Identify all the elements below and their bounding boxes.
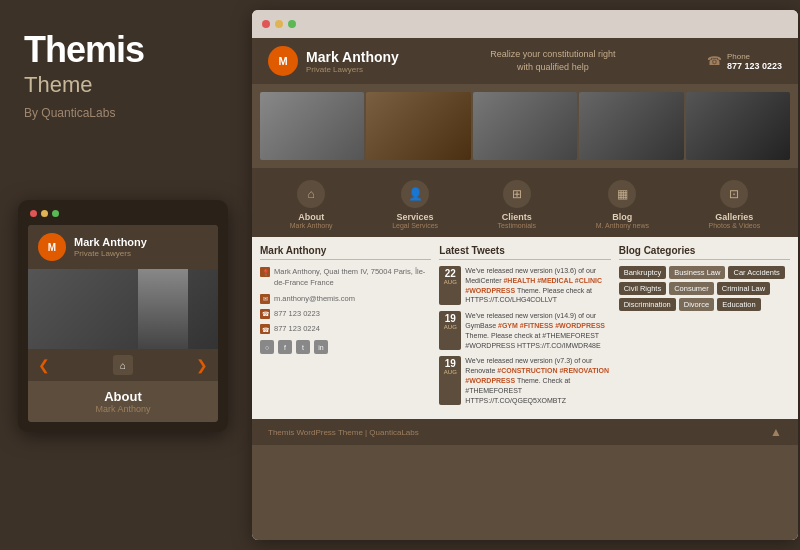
browser-toolbar [252,10,798,38]
browser-dot-green[interactable] [288,20,296,28]
tweet-text-1: We've released new version (v13.6) of ou… [465,266,610,305]
hero-image-4 [579,92,683,160]
col1-title: Mark Anthony [260,245,431,260]
mobile-nav-bottom: ❮ ⌂ ❯ [28,349,218,381]
cat-business-law[interactable]: Business Law [669,266,725,279]
tweet-item-1: 22 AUG We've released new version (v13.6… [439,266,610,305]
site-footer: Themis WordPress Theme | QuanticaLabs ▲ [252,419,798,445]
cat-criminal-law[interactable]: Criminal Law [717,282,770,295]
footer-text: Themis WordPress Theme | QuanticaLabs [268,428,419,437]
nav-about-sublabel: Mark Anthony [290,222,333,229]
nav-galleries-sublabel: Photos & Videos [709,222,761,229]
ma-address-icon: 📍 [260,267,270,277]
hero-images [252,84,798,168]
tweet-text-2: We've released new version (v14.9) of ou… [465,311,610,350]
site-phone-area: ☎ Phone 877 123 0223 [707,52,782,71]
nav-clients-label: Clients [498,212,537,222]
nav-item-services[interactable]: 👤 Services Legal Services [392,180,438,229]
social-icon-t[interactable]: t [296,340,310,354]
social-icon-fb[interactable]: f [278,340,292,354]
mobile-dots [28,210,218,217]
nav-galleries-icon: ⊡ [720,180,748,208]
nav-blog-icon: ▦ [608,180,636,208]
nav-item-galleries[interactable]: ⊡ Galleries Photos & Videos [709,180,761,229]
browser-panel: M Mark Anthony Private Lawyers Realize y… [252,10,798,540]
mobile-about-sub: Mark Anthony [38,404,208,414]
nav-about-icon: ⌂ [297,180,325,208]
ma-phone2: 877 123 0224 [274,323,320,334]
mobile-footer: About Mark Anthony [28,381,218,422]
nav-services-label: Services [392,212,438,222]
ma-phone1-row: ☎ 877 123 0223 [260,308,431,319]
cat-civil-rights[interactable]: Civil Rights [619,282,667,295]
mobile-next-arrow[interactable]: ❯ [196,357,208,373]
nav-clients-icon: ⊞ [503,180,531,208]
phone-icon: ☎ [707,54,722,68]
cat-consumer[interactable]: Consumer [669,282,714,295]
mobile-content: M Mark Anthony Private Lawyers ❮ ⌂ ❯ Abo… [28,225,218,422]
nav-item-about[interactable]: ⌂ About Mark Anthony [290,180,333,229]
browser-dot-yellow[interactable] [275,20,283,28]
site-name: Mark Anthony [306,49,399,65]
site-slogan: Realize your constitutional right with q… [409,48,697,73]
ma-email: m.anthony@themis.com [274,293,355,304]
left-panel: Themis Theme By QuanticaLabs M Mark Anth… [0,0,248,550]
ma-email-icon: ✉ [260,294,270,304]
mobile-dot-yellow [41,210,48,217]
mobile-name: Mark Anthony [74,236,147,249]
tweet-item-3: 19 AUG We've released new version (v7.3)… [439,356,610,405]
cat-bankruptcy[interactable]: Bankruptcy [619,266,667,279]
social-icon-in[interactable]: in [314,340,328,354]
cat-discrimination[interactable]: Discrimination [619,298,676,311]
nav-blog-sublabel: M. Anthony news [596,222,649,229]
mobile-header: M Mark Anthony Private Lawyers [28,225,218,269]
nav-item-blog[interactable]: ▦ Blog M. Anthony news [596,180,649,229]
col3-title: Blog Categories [619,245,790,260]
ma-social-links: ○ f t in [260,340,431,354]
browser-dot-red[interactable] [262,20,270,28]
three-columns: Mark Anthony 📍 Mark Anthony, Quai them I… [252,237,798,419]
nav-services-icon: 👤 [401,180,429,208]
nav-blog-label: Blog [596,212,649,222]
ma-phone2-row: ☎ 877 123 0224 [260,323,431,334]
nav-item-clients[interactable]: ⊞ Clients Testimonials [498,180,537,229]
mobile-person-img [138,269,188,349]
brand-subtitle: Theme [24,72,224,98]
mobile-home-icon[interactable]: ⌂ [113,355,133,375]
phone-label: Phone [727,52,782,61]
tweet-day-3: 19 [443,358,457,369]
cat-divorce[interactable]: Divorce [679,298,714,311]
hero-image-2 [366,92,470,160]
hero-image-3 [473,92,577,160]
site-header: M Mark Anthony Private Lawyers Realize y… [252,38,798,84]
nav-galleries-label: Galleries [709,212,761,222]
col-mark-anthony: Mark Anthony 📍 Mark Anthony, Quai them I… [260,245,431,411]
mobile-dot-green [52,210,59,217]
cat-car-accidents[interactable]: Car Accidents [728,266,784,279]
brand-by: By QuanticaLabs [24,106,224,120]
ma-email-row: ✉ m.anthony@themis.com [260,293,431,304]
browser-body: M Mark Anthony Private Lawyers Realize y… [252,38,798,540]
footer-up-arrow[interactable]: ▲ [770,425,782,439]
tweet-month-1: AUG [443,279,457,285]
col-blog-cats: Blog Categories Bankruptcy Business Law … [619,245,790,411]
tweet-text-3: We've released new version (v7.3) of our… [465,356,610,405]
nav-about-label: About [290,212,333,222]
social-icon-circle[interactable]: ○ [260,340,274,354]
tweet-date-3: 19 AUG [439,356,461,405]
cat-education[interactable]: Education [717,298,760,311]
mobile-dot-red [30,210,37,217]
mobile-subtitle: Private Lawyers [74,249,147,258]
col2-title: Latest Tweets [439,245,610,260]
tweet-month-3: AUG [443,369,457,375]
phone-details: Phone 877 123 0223 [727,52,782,71]
hero-image-1 [260,92,364,160]
mobile-about-label: About [38,389,208,404]
mobile-logo: M [38,233,66,261]
mobile-prev-arrow[interactable]: ❮ [38,357,50,373]
brand-title: Themis [24,30,224,70]
site-slogan-line2: with qualified help [409,61,697,74]
nav-services-sublabel: Legal Services [392,222,438,229]
ma-address: Mark Anthony, Quai them IV, 75004 Paris,… [274,266,431,289]
mobile-image-area [28,269,218,349]
